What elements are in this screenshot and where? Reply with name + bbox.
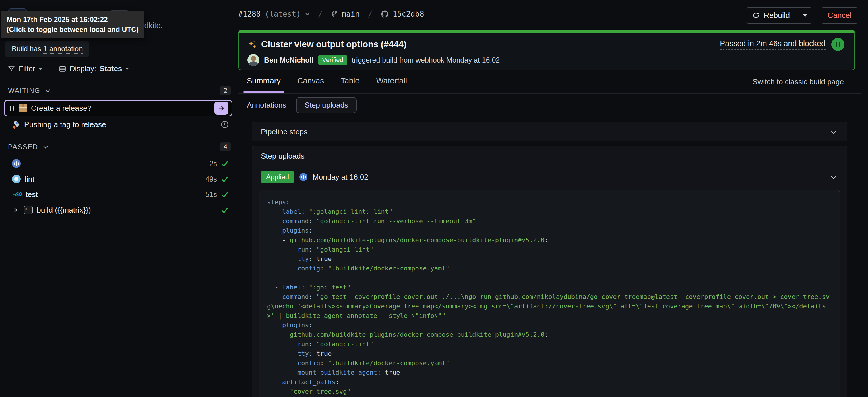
pipeline-steps-panel[interactable]: Pipeline steps bbox=[252, 122, 847, 141]
divider: / bbox=[366, 9, 374, 19]
sidebar-step-build-matrix[interactable]: >_build ({{matrix}}) bbox=[4, 202, 232, 218]
code-line: - github.com/buildkite-plugins/docker-co… bbox=[267, 235, 832, 245]
build-number: #1288 bbox=[238, 10, 260, 19]
step-uploads-pill[interactable]: Step uploads bbox=[296, 97, 357, 113]
step-label: build ({{matrix}}) bbox=[37, 206, 91, 214]
annotation-note-prefix: Build has bbox=[12, 45, 43, 53]
sidebar-sections: WAITING2Create a release?Pushing a tag t… bbox=[4, 84, 232, 218]
trigger-text: triggered build from webhook Monday at 1… bbox=[352, 56, 500, 64]
buildkite-build-page: r Buildkite. #1288 (latest) / main / 15c… bbox=[0, 0, 868, 397]
rebuild-button[interactable]: Rebuild bbox=[745, 8, 797, 23]
chevron-down-icon bbox=[44, 87, 51, 94]
rebuild-options-caret[interactable] bbox=[797, 8, 813, 23]
build-status-text[interactable]: Passed in 2m 46s and blocked bbox=[720, 39, 826, 50]
chevron-down-icon bbox=[42, 143, 49, 150]
pipeline-icon bbox=[12, 159, 21, 168]
code-line: command: "go test -coverprofile cover.ou… bbox=[267, 292, 832, 321]
sparkles-icon bbox=[247, 40, 257, 49]
check-icon bbox=[220, 206, 229, 214]
sidebar-step-pushing-a-tag-to-release[interactable]: Pushing a tag to release bbox=[4, 117, 232, 132]
pipeline-icon bbox=[299, 173, 307, 181]
code-line: - label: ":go: test" bbox=[267, 283, 832, 292]
build-reference: #1288 (latest) / main / 15c2db8 bbox=[238, 0, 424, 28]
step-uploads-panel: Step uploads Applied Monday at 16:02 ste… bbox=[252, 146, 847, 397]
display-dropdown[interactable]: Display: States bbox=[59, 64, 129, 73]
go-to-step-arrow-button[interactable] bbox=[214, 102, 228, 115]
build-number-suffix: (latest) bbox=[265, 10, 301, 19]
step-duration: 49s bbox=[206, 175, 217, 183]
step-duration: 2s bbox=[210, 160, 217, 168]
clock-icon bbox=[220, 120, 229, 129]
sidebar-step-lint[interactable]: lint49s bbox=[4, 171, 232, 187]
package-icon bbox=[19, 104, 27, 112]
chevron-down-icon[interactable] bbox=[829, 172, 838, 182]
tab-canvas[interactable]: Canvas bbox=[298, 76, 324, 93]
sidebar-step-test[interactable]: -GOtest51s bbox=[4, 187, 232, 202]
cancel-label: Cancel bbox=[828, 11, 851, 20]
code-line: run: "golangci-lint" bbox=[267, 339, 832, 349]
tab-table[interactable]: Table bbox=[341, 76, 360, 93]
scrollbar-track[interactable] bbox=[861, 28, 861, 397]
step-label: test bbox=[26, 190, 38, 199]
pause-icon bbox=[10, 105, 14, 111]
section-header-passed[interactable]: PASSED4 bbox=[8, 140, 232, 153]
build-header-card: Cluster view output options (#444) Passe… bbox=[238, 30, 855, 70]
code-line: tty: true bbox=[267, 254, 832, 264]
sidebar-step-unnamed[interactable]: 2s bbox=[4, 156, 232, 171]
filter-label: Filter bbox=[19, 64, 35, 73]
summary-subnav: Annotations Step uploads bbox=[247, 97, 357, 113]
display-value: States bbox=[100, 64, 122, 73]
section-header-waiting[interactable]: WAITING2 bbox=[8, 84, 232, 97]
git-branch-icon bbox=[331, 10, 338, 18]
code-line: mount-buildkite-agent: true bbox=[267, 368, 832, 377]
caret-down-icon bbox=[39, 68, 42, 70]
go-icon: -GO bbox=[12, 191, 22, 198]
commit-link[interactable]: 15c2db8 bbox=[381, 10, 424, 19]
check-icon bbox=[220, 175, 229, 183]
rocket-icon bbox=[12, 121, 20, 129]
build-title: Cluster view output options (#444) bbox=[247, 39, 406, 49]
section-name: WAITING bbox=[8, 87, 40, 95]
chevron-down-icon[interactable] bbox=[829, 127, 838, 136]
avatar bbox=[247, 54, 259, 66]
branch-link[interactable]: main bbox=[331, 10, 360, 19]
step-uploads-title: Step uploads bbox=[252, 146, 847, 166]
step-label: Pushing a tag to release bbox=[24, 120, 106, 129]
rebuild-split-button: Rebuild bbox=[745, 7, 813, 24]
annotation-note: Build has 1 annotation bbox=[5, 41, 89, 57]
code-line bbox=[267, 273, 832, 283]
refresh-icon bbox=[752, 11, 760, 20]
tabs-divider bbox=[238, 93, 861, 94]
section-name: PASSED bbox=[8, 143, 38, 151]
switch-classic-link[interactable]: Switch to classic build page bbox=[753, 77, 844, 86]
build-number-dropdown[interactable]: #1288 (latest) bbox=[238, 10, 310, 19]
tab-waterfall[interactable]: Waterfall bbox=[376, 76, 407, 93]
tooltip-line1: Mon 17th Feb 2025 at 16:02:22 bbox=[7, 14, 138, 25]
code-line: config: ".buildkite/docker-compose.yaml" bbox=[267, 358, 832, 368]
applied-upload-row[interactable]: Applied Monday at 16:02 bbox=[252, 166, 847, 188]
code-line: run: "golangci-lint" bbox=[267, 245, 832, 254]
annotation-count-link[interactable]: 1 annotation bbox=[43, 45, 83, 54]
nav-actions: Rebuild Cancel bbox=[745, 7, 859, 24]
pipeline-yaml-code: steps: - label: ":golangci-lint: lint" c… bbox=[259, 190, 840, 397]
arrow-right-icon bbox=[218, 104, 225, 112]
code-line: - github.com/buildkite-plugins/docker-co… bbox=[267, 330, 832, 339]
section-count-badge: 2 bbox=[220, 86, 231, 95]
terminal-icon: >_ bbox=[24, 206, 33, 214]
tab-summary[interactable]: Summary bbox=[247, 76, 281, 93]
author-name: Ben McNicholl bbox=[264, 56, 313, 64]
rebuild-label: Rebuild bbox=[764, 11, 790, 20]
build-title-text: Cluster view output options (#444) bbox=[261, 39, 406, 49]
chevron-right-icon[interactable] bbox=[12, 206, 19, 213]
timestamp-tooltip: Mon 17th Feb 2025 at 16:02:22 (Click to … bbox=[1, 11, 144, 38]
commit-sha: 15c2db8 bbox=[393, 10, 424, 19]
filter-dropdown[interactable]: Filter bbox=[8, 64, 42, 73]
pipeline-steps-title: Pipeline steps bbox=[261, 127, 307, 136]
sidebar-step-create-a-release[interactable]: Create a release? bbox=[4, 100, 232, 117]
cancel-button[interactable]: Cancel bbox=[820, 7, 859, 24]
code-line: steps: bbox=[267, 197, 832, 207]
annotations-link[interactable]: Annotations bbox=[247, 101, 286, 109]
build-status-bar bbox=[239, 30, 854, 33]
check-icon bbox=[220, 190, 229, 199]
code-line: artifact_paths: bbox=[267, 377, 832, 387]
